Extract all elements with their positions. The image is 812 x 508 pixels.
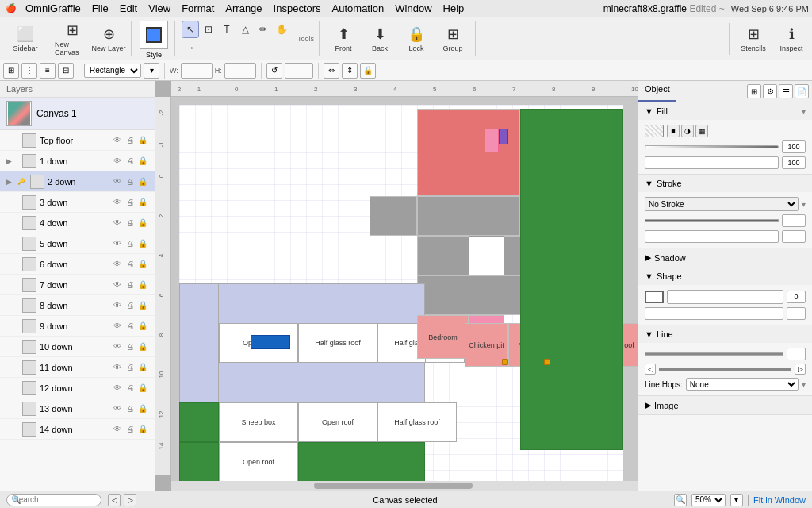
- menu-help[interactable]: Help: [439, 2, 469, 15]
- shape-tool-button[interactable]: △: [236, 21, 254, 38]
- nav-prev-btn[interactable]: ◁: [108, 494, 121, 506]
- layer-item-3-down[interactable]: 3 down 👁 🖨 🔒: [0, 192, 155, 213]
- menu-omnigraffle[interactable]: OmniGraffle: [21, 2, 86, 15]
- fill-type-gradient-btn[interactable]: ◑: [681, 125, 694, 137]
- toolbar2-view-btn[interactable]: ⊞: [3, 63, 19, 79]
- stroke-width-input[interactable]: [782, 214, 806, 227]
- shape-s19[interactable]: Sheep box: [219, 402, 298, 442]
- fit-in-window-btn[interactable]: Fit in Window: [753, 495, 806, 505]
- inspect-button[interactable]: ℹ Inspect: [774, 23, 809, 55]
- panel-list-view-btn[interactable]: ☰: [779, 84, 793, 98]
- line-end-arrow[interactable]: ▷: [795, 364, 806, 375]
- toolbar2-width-input[interactable]: [181, 63, 213, 79]
- toolbar2-grid-btn[interactable]: ⋮: [21, 63, 37, 79]
- new-canvas-button[interactable]: ⊞ New Canvas: [55, 23, 90, 55]
- shape-purple1[interactable]: [499, 129, 508, 144]
- back-button[interactable]: ⬇ Back: [362, 23, 397, 55]
- shape-s15[interactable]: Bedroom: [417, 315, 469, 359]
- layer-item-12-down[interactable]: 12 down 👁 🖨 🔒: [0, 378, 155, 398]
- menu-arrange[interactable]: Arrange: [220, 2, 266, 15]
- image-section-header[interactable]: ▶ Image: [638, 396, 812, 414]
- hand-tool-button[interactable]: ✋: [273, 21, 290, 38]
- menu-format[interactable]: Format: [177, 2, 219, 15]
- horizontal-scrollbar[interactable]: [171, 481, 638, 491]
- fill-type-solid-btn[interactable]: ■: [667, 125, 680, 137]
- stroke-type-select[interactable]: No Stroke: [645, 197, 799, 211]
- stroke-dash-value[interactable]: [782, 230, 806, 243]
- shape-extra-ctrl[interactable]: [645, 307, 783, 320]
- toolbar2-flipv-btn[interactable]: ⇕: [342, 63, 358, 79]
- toolbar2-angle-btn[interactable]: ↺: [266, 63, 282, 79]
- stencils-button[interactable]: ⊞ Stencils: [736, 23, 771, 55]
- layer-item-8-down[interactable]: 8 down 👁 🖨 🔒: [0, 295, 155, 316]
- fill-extra-ctrl2[interactable]: 100: [782, 156, 806, 169]
- selection-handle-1[interactable]: [544, 359, 550, 365]
- menu-window[interactable]: Window: [390, 2, 436, 15]
- shape-s20[interactable]: Open roof: [298, 402, 377, 442]
- lock-button[interactable]: 🔒 Lock: [399, 23, 434, 55]
- fill-section-header[interactable]: ▼ Fill ▾: [638, 102, 812, 120]
- shape-corner-value[interactable]: 0: [787, 291, 806, 303]
- shape-s3[interactable]: [370, 196, 417, 236]
- fill-extra-ctrl1[interactable]: [645, 156, 779, 169]
- front-button[interactable]: ⬆ Front: [326, 23, 361, 55]
- line-hops-select[interactable]: None: [686, 378, 799, 391]
- shape-corner-input[interactable]: [667, 290, 783, 304]
- toolbar2-shape-select[interactable]: Rectangle: [84, 64, 141, 78]
- zoom-out-btn[interactable]: 🔍: [674, 494, 687, 506]
- select-tool-button[interactable]: ↖: [182, 21, 199, 38]
- zoom-level-select[interactable]: 50%: [691, 494, 726, 506]
- toolbar2-angle-input[interactable]: [285, 63, 313, 79]
- fill-opacity-value[interactable]: 100: [782, 140, 806, 153]
- toolbar2-fliph-btn[interactable]: ⇔: [324, 63, 339, 79]
- canvas-item[interactable]: Canvas 1: [0, 98, 155, 130]
- layer-item-10-down[interactable]: 10 down 👁 🖨 🔒: [0, 337, 155, 357]
- apple-menu-icon[interactable]: 🍎: [3, 3, 19, 13]
- toolbar2-dist-btn[interactable]: ⊟: [58, 63, 74, 79]
- layer-item-2-down[interactable]: ▶ 🔑 2 down 👁 🖨 🔒: [0, 171, 155, 192]
- panel-doc-btn[interactable]: 📄: [795, 84, 809, 98]
- layer-item-9-down[interactable]: 9 down 👁 🖨 🔒: [0, 316, 155, 337]
- canvas-area[interactable]: -2 -1 0 1 2 3 4 5 6 7 8 9 10 12 14 -2 -: [155, 81, 638, 491]
- zoom-dropdown-btn[interactable]: ▾: [730, 494, 743, 506]
- line-tool-button[interactable]: →: [182, 39, 199, 56]
- toolbar2-lock2-btn[interactable]: 🔒: [360, 63, 376, 79]
- pen-tool-button[interactable]: ✏: [255, 21, 272, 38]
- menu-edit[interactable]: Edit: [115, 2, 142, 15]
- layer-item-11-down[interactable]: 11 down 👁 🖨 🔒: [0, 357, 155, 378]
- stroke-dash-ctrl[interactable]: [645, 230, 779, 243]
- layer-item-6-down[interactable]: 6 down 👁 🖨 🔒: [0, 254, 155, 275]
- stroke-section-header[interactable]: ▼ Stroke: [638, 175, 812, 192]
- shape-green5[interactable]: [298, 442, 425, 482]
- shape-s22[interactable]: Open roof: [219, 442, 298, 482]
- text-tool-button[interactable]: T: [218, 21, 236, 38]
- layer-item-top-floor[interactable]: Top floor 👁 🖨 🔒: [0, 130, 155, 151]
- fill-opacity-slider[interactable]: [645, 145, 779, 148]
- tab-object[interactable]: Object: [638, 81, 676, 102]
- shape-blue1[interactable]: [251, 335, 290, 349]
- menu-automation[interactable]: Automation: [327, 2, 389, 15]
- shape-green2[interactable]: [179, 402, 219, 442]
- shape-s1[interactable]: [417, 109, 520, 196]
- shadow-section-header[interactable]: ▶ Shadow: [638, 248, 812, 267]
- area-select-tool-button[interactable]: ⊡: [200, 21, 217, 38]
- line-section-header[interactable]: ▼ Line: [638, 325, 812, 343]
- layer-item-14-down[interactable]: 14 down 👁 🖨 🔒: [0, 419, 155, 440]
- layer-item-13-down[interactable]: 13 down 👁 🖨 🔒: [0, 398, 155, 419]
- search-input[interactable]: [6, 494, 102, 506]
- line-start-arrow[interactable]: ◁: [645, 364, 656, 375]
- selection-handle-0[interactable]: [502, 359, 508, 365]
- shape-pink1[interactable]: [485, 129, 499, 152]
- menu-view[interactable]: View: [144, 2, 175, 15]
- panel-grid-view-btn[interactable]: ⊞: [747, 84, 761, 98]
- layer-item-7-down[interactable]: 7 down 👁 🖨 🔒: [0, 275, 155, 295]
- nav-next-btn[interactable]: ▷: [124, 494, 136, 506]
- toolbar2-align-btn[interactable]: ≡: [40, 63, 56, 79]
- fill-color-swatch[interactable]: [645, 125, 664, 137]
- shape-green4[interactable]: [179, 442, 219, 482]
- canvas-content[interactable]: Open roofHalf glass roofHalf glass roofH…: [171, 97, 638, 491]
- menu-file[interactable]: File: [87, 2, 113, 15]
- layer-item-5-down[interactable]: 5 down 👁 🖨 🔒: [0, 233, 155, 254]
- shape-green1[interactable]: [520, 109, 623, 450]
- toolbar2-height-input[interactable]: [224, 63, 256, 79]
